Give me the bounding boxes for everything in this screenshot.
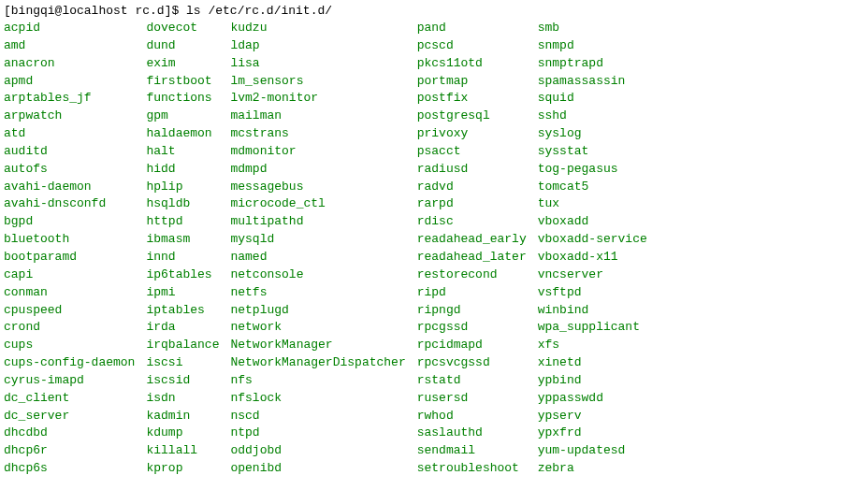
file-entry: syslog [538, 125, 647, 143]
file-entry: readahead_later [417, 249, 527, 266]
file-entry: rstatd [417, 372, 527, 390]
file-entry: crond [4, 319, 135, 337]
file-entry: avahi-daemon [4, 179, 135, 196]
file-entry: iptables [146, 302, 219, 320]
file-entry: bootparamd [4, 249, 135, 266]
file-entry: ntpd [230, 425, 405, 442]
ls-output: acpidamdanacronapmdarptables_jfarpwatcha… [4, 20, 851, 478]
file-entry: haldaemon [146, 125, 219, 143]
file-entry: sysstat [538, 143, 647, 161]
file-entry: killall [146, 442, 219, 460]
file-entry: tog-pegasus [538, 161, 647, 179]
file-entry: capi [4, 266, 135, 284]
file-entry: nfs [230, 372, 405, 390]
file-entry: nfslock [230, 390, 405, 408]
file-entry: netfs [230, 284, 405, 302]
file-entry: dhcp6s [4, 460, 135, 478]
file-entry: pkcs11otd [417, 55, 527, 73]
file-entry: postgresql [417, 108, 527, 125]
column-2: kudzuldaplisalm_sensorslvm2-monitormailm… [230, 20, 416, 478]
file-entry: dc_client [4, 390, 135, 408]
file-entry: multipathd [230, 213, 405, 231]
file-entry: bgpd [4, 213, 135, 231]
file-entry: mdmpd [230, 161, 405, 179]
file-entry: rpcidmapd [417, 337, 527, 354]
file-entry: rwhod [417, 408, 527, 425]
file-entry: dhcp6r [4, 442, 135, 460]
file-entry: iscsid [146, 372, 219, 390]
file-entry: cpuspeed [4, 302, 135, 320]
file-entry: pand [417, 20, 527, 37]
file-entry: snmptrapd [538, 55, 647, 73]
shell-prompt: [bingqi@localhost rc.d]$ [4, 4, 186, 18]
column-3: pandpcscdpkcs11otdportmappostfixpostgres… [417, 20, 538, 478]
file-entry: named [230, 249, 405, 266]
file-entry: ypserv [538, 408, 647, 425]
file-entry: avahi-dnsconfd [4, 195, 135, 213]
file-entry: arpwatch [4, 108, 135, 125]
file-entry: saslauthd [417, 425, 527, 442]
file-entry: kadmin [146, 408, 219, 425]
file-entry: kdump [146, 425, 219, 442]
file-entry: anacron [4, 55, 135, 73]
file-entry: arptables_jf [4, 90, 135, 108]
file-entry: privoxy [417, 125, 527, 143]
file-entry: ldap [230, 37, 405, 55]
file-entry: dc_server [4, 408, 135, 425]
file-entry: sendmail [417, 442, 527, 460]
file-entry: ipmi [146, 284, 219, 302]
file-entry: irda [146, 319, 219, 337]
file-entry: zebra [538, 460, 647, 478]
file-entry: rpcgssd [417, 319, 527, 337]
file-entry: smb [538, 20, 647, 37]
file-entry: microcode_ctl [230, 195, 405, 213]
file-entry: hidd [146, 161, 219, 179]
file-entry: restorecond [417, 266, 527, 284]
file-entry: innd [146, 249, 219, 266]
file-entry: ypbind [538, 372, 647, 390]
shell-command: ls /etc/rc.d/init.d/ [186, 4, 332, 18]
file-entry: rpcsvcgssd [417, 354, 527, 372]
file-entry: kprop [146, 460, 219, 478]
file-entry: dhcdbd [4, 425, 135, 442]
file-entry: vboxadd-x11 [538, 249, 647, 266]
file-entry: gpm [146, 108, 219, 125]
file-entry: tomcat5 [538, 179, 647, 196]
file-entry: vboxadd [538, 213, 647, 231]
file-entry: cups [4, 337, 135, 354]
file-entry: ibmasm [146, 231, 219, 249]
file-entry: rdisc [417, 213, 527, 231]
file-entry: xinetd [538, 354, 647, 372]
file-entry: ripngd [417, 302, 527, 320]
file-entry: mysqld [230, 231, 405, 249]
file-entry: rusersd [417, 390, 527, 408]
file-entry: openibd [230, 460, 405, 478]
file-entry: snmpd [538, 37, 647, 55]
file-entry: hplip [146, 179, 219, 196]
column-0: acpidamdanacronapmdarptables_jfarpwatcha… [4, 20, 146, 478]
file-entry: amd [4, 37, 135, 55]
file-entry: messagebus [230, 179, 405, 196]
file-entry: squid [538, 90, 647, 108]
file-entry: autofs [4, 161, 135, 179]
file-entry: firstboot [146, 73, 219, 91]
file-entry: readahead_early [417, 231, 527, 249]
file-entry: sshd [538, 108, 647, 125]
file-entry: NetworkManager [230, 337, 405, 354]
file-entry: postfix [417, 90, 527, 108]
file-entry: tux [538, 195, 647, 213]
file-entry: netconsole [230, 266, 405, 284]
file-entry: hsqldb [146, 195, 219, 213]
file-entry: iscsi [146, 354, 219, 372]
file-entry: ripd [417, 284, 527, 302]
file-entry: radvd [417, 179, 527, 196]
file-entry: conman [4, 284, 135, 302]
file-entry: wpa_supplicant [538, 319, 647, 337]
file-entry: irqbalance [146, 337, 219, 354]
file-entry: exim [146, 55, 219, 73]
file-entry: mcstrans [230, 125, 405, 143]
file-entry: oddjobd [230, 442, 405, 460]
file-entry: cups-config-daemon [4, 354, 135, 372]
file-entry: ip6tables [146, 266, 219, 284]
file-entry: kudzu [230, 20, 405, 37]
